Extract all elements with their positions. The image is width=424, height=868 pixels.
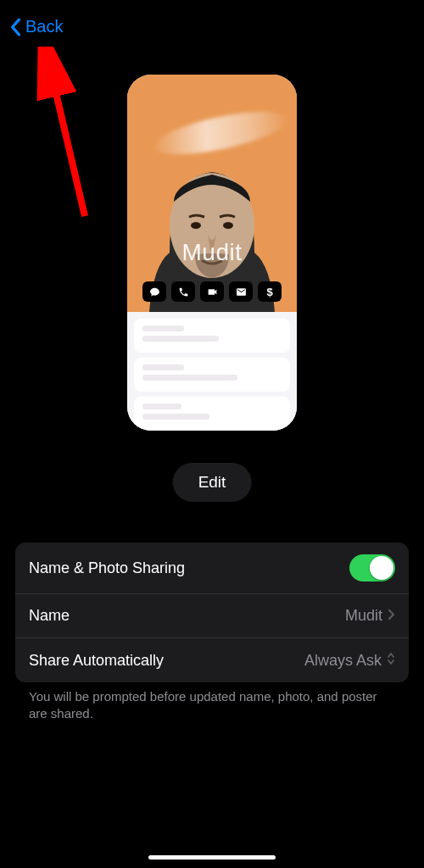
row-name[interactable]: Name Mudit [15,594,409,638]
dollar-icon: $ [266,286,272,298]
row-value: Mudit [345,607,382,625]
video-icon [207,287,218,298]
contact-action-row: $ [127,281,297,302]
row-label: Share Automatically [29,652,164,670]
back-button[interactable]: Back [8,17,63,36]
home-indicator[interactable] [148,855,276,860]
footer-note: You will be prompted before updated name… [29,688,395,723]
message-icon [149,287,160,298]
svg-line-1 [47,57,85,216]
contact-poster: Mudit $ [127,75,297,312]
back-label: Back [25,17,63,36]
call-button[interactable] [171,281,195,302]
row-name-photo-sharing: Name & Photo Sharing [15,542,409,594]
svg-point-4 [223,222,233,229]
message-button[interactable] [142,281,166,302]
edit-button[interactable]: Edit [173,463,252,502]
chevron-right-icon [388,607,395,625]
edit-label: Edit [198,473,226,491]
sharing-toggle[interactable] [349,554,395,581]
row-label: Name & Photo Sharing [29,559,185,577]
up-down-icon [387,652,395,670]
contact-name: Mudit [127,239,297,266]
svg-point-3 [191,222,201,229]
toggle-knob [370,556,393,580]
settings-group: Name & Photo Sharing Name Mudit Share Au… [15,542,409,682]
contact-info-placeholder [127,312,297,431]
placeholder-block [134,397,290,431]
placeholder-block [134,319,290,353]
row-value: Always Ask [304,652,382,670]
contact-card: Mudit $ [127,75,297,431]
phone-icon [178,287,189,298]
video-button[interactable] [200,281,224,302]
mail-icon [236,287,247,298]
placeholder-block [134,358,290,392]
pay-button[interactable]: $ [258,281,282,302]
mail-button[interactable] [229,281,253,302]
row-share-automatically[interactable]: Share Automatically Always Ask [15,638,409,682]
annotation-arrow [25,47,110,233]
row-label: Name [29,607,70,625]
chevron-left-icon [8,18,22,36]
